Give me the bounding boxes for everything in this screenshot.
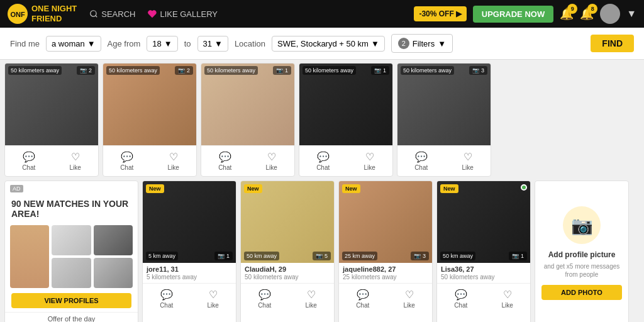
new-badge: New [342,184,360,193]
heart-icon: ♡ [405,289,414,301]
view-profiles-button[interactable]: VIEW PROFILES [11,293,131,308]
like-button[interactable]: ♡ Like [456,150,480,172]
card-actions: 💬 Chat ♡ Like [143,283,236,314]
like-gallery-label: LIKE GALLERY [160,9,218,19]
search-label: SEARCH [101,9,135,19]
card-actions: 💬 Chat ♡ Like [201,145,294,176]
like-button[interactable]: ♡ Like [496,287,519,310]
avatar[interactable] [600,4,620,24]
chat-icon: 💬 [455,289,467,301]
logo[interactable]: ONF ONE NIGHT FRIEND [8,4,77,24]
chat-button[interactable]: 💬 Chat [408,150,434,172]
like-button[interactable]: ♡ Like [162,150,186,172]
like-button[interactable]: ♡ Like [397,287,421,310]
chat-button[interactable]: 💬 Chat [212,150,238,172]
chat-button[interactable]: 💬 Chat [252,287,277,310]
heart-icon: ♡ [307,289,316,301]
chat-button[interactable]: 💬 Chat [153,287,179,310]
add-photo-button[interactable]: ADD PHOTO [541,285,622,300]
chat-button[interactable]: 💬 Chat [448,287,474,310]
svg-text:ONF: ONF [10,11,25,18]
list-item: New 5 km away 📷 1 jore11, 31 5 kilometer… [142,180,236,322]
like-button[interactable]: ♡ Like [358,150,382,172]
find-button[interactable]: FIND [591,35,634,52]
heart-icon: ♡ [209,289,218,301]
card-actions: 💬 Chat ♡ Like [299,145,392,176]
list-item: New 50 km away 📷 1 Lisa36, 27 50 kilomet… [436,180,531,322]
add-photo-sub: and get x5 more messages from people [541,262,622,279]
list-item: New 25 km away 📷 3 jaqueline882, 27 25 k… [338,180,433,322]
main-content: 50 kilometers away 📷 2 💬 Chat ♡ Like 50 … [0,60,644,322]
heart-icon: ♡ [503,289,512,301]
like-button[interactable]: ♡ Like [260,150,284,172]
heart-icon: ♡ [71,151,80,163]
upgrade-button[interactable]: UPGRADE NOW [473,6,553,23]
gender-select[interactable]: a woman ▼ [46,36,101,52]
list-item: 50 kilometers away 📷 2 💬 Chat ♡ Like [4,63,99,177]
profile-name: jaqueline882, 27 [343,265,396,273]
age-from-label: Age from [108,39,141,48]
new-badge: New [440,184,458,193]
new-badge: New [244,184,262,193]
search-nav[interactable]: SEARCH [89,9,135,19]
search-bar: Find me a woman ▼ Age from 18 ▼ to 31 ▼ … [0,28,644,60]
promo-card: AD 90 NEW MATCHES IN YOUR AREA! VIEW PRO… [4,180,138,322]
logo-line2: FRIEND [31,14,77,24]
svg-point-2 [91,11,96,16]
heart-icon: ♡ [267,151,276,163]
chat-button[interactable]: 💬 Chat [350,287,375,310]
notifications-button[interactable]: 🔔 9 [560,7,574,21]
row-1: 50 kilometers away 📷 2 💬 Chat ♡ Like 50 … [3,61,641,179]
chat-button[interactable]: 💬 Chat [16,150,42,172]
age-to-select[interactable]: 31 ▼ [197,36,228,52]
chat-button[interactable]: 💬 Chat [310,150,336,172]
like-button[interactable]: ♡ Like [299,287,323,310]
header: ONF ONE NIGHT FRIEND SEARCH LIKE GALLERY… [0,0,644,28]
list-item: New 50 km away 📷 5 ClaudiaH, 29 50 kilom… [240,180,335,322]
header-right: -30% OFF ▶ UPGRADE NOW 🔔 9 🔔 8 ▼ [414,4,636,24]
chat-button[interactable]: 💬 Chat [114,150,140,172]
account-chevron[interactable]: ▼ [626,8,636,19]
profile-name: jore11, 31 [147,265,179,273]
promo-matches-text: 90 NEW MATCHES IN YOUR AREA! [5,192,138,225]
chat-icon: 💬 [317,151,330,163]
chat-icon: 💬 [121,151,133,163]
logo-line1: ONE NIGHT [31,4,77,14]
new-badge: New [146,184,164,193]
like-button[interactable]: ♡ Like [201,287,225,310]
list-item: 50 kilometers away 📷 1 💬 Chat ♡ Like [201,63,295,177]
location-label: Location [235,39,265,48]
chat-icon: 💬 [357,289,369,301]
like-button[interactable]: ♡ Like [64,150,87,172]
card-actions: 💬 Chat ♡ Like [5,145,98,176]
discount-badge[interactable]: -30% OFF ▶ [414,6,466,21]
svg-line-3 [96,16,97,18]
heart-icon: ♡ [464,151,472,163]
card-actions: 💬 Chat ♡ Like [437,283,530,314]
profile-name: Lisa36, 27 [441,265,474,273]
find-me-label: Find me [10,39,40,48]
alerts-button[interactable]: 🔔 8 [580,7,594,21]
list-item: 50 kilometers away 📷 2 💬 Chat ♡ Like [103,63,197,177]
heart-icon: ♡ [169,151,178,163]
chat-icon: 💬 [160,289,173,301]
chat-icon: 💬 [258,289,271,301]
chat-icon: 💬 [415,151,428,163]
card-actions: 💬 Chat ♡ Like [397,145,491,176]
offer-label: Offer of the day [5,312,138,322]
online-indicator [521,184,527,191]
chat-icon: 💬 [23,151,35,163]
add-photo-title: Add profile picture [548,250,616,259]
heart-icon: ♡ [365,151,374,163]
age-to-label: to [184,39,191,48]
list-item: 50 kilometers away 📷 1 💬 Chat ♡ Like [299,63,393,177]
card-actions: 💬 Chat ♡ Like [339,283,432,314]
like-gallery-nav[interactable]: LIKE GALLERY [148,9,218,19]
list-item: 50 kilometers away 📷 3 💬 Chat ♡ Like [397,63,491,177]
profile-name: ClaudiaH, 29 [245,265,286,273]
location-select[interactable]: SWE, Stockaryd + 50 km ▼ [272,36,385,52]
age-from-select[interactable]: 18 ▼ [147,36,177,52]
filters-button[interactable]: 2 Filters ▼ [391,34,453,53]
camera-icon: 📷 [563,206,601,244]
row-2: AD 90 NEW MATCHES IN YOUR AREA! VIEW PRO… [3,179,641,322]
